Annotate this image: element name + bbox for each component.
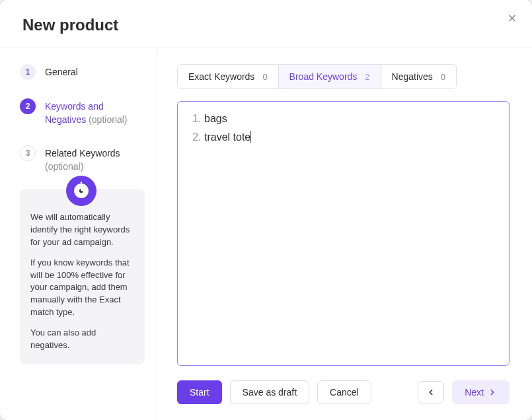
- modal-title: New product: [22, 16, 510, 34]
- info-box-container: We will automatically identify the right…: [20, 189, 145, 363]
- chevron-left-icon: [426, 388, 436, 397]
- svg-point-4: [81, 182, 82, 183]
- keyword-tabs: Exact Keywords 0 Broad Keywords 2 Negati…: [177, 64, 457, 89]
- tab-label: Exact Keywords: [188, 71, 254, 82]
- tab-negatives[interactable]: Negatives 0: [381, 65, 457, 88]
- modal-header: New product ×: [0, 0, 532, 48]
- tab-count: 0: [262, 72, 267, 82]
- tab-broad-keywords[interactable]: Broad Keywords 2: [279, 65, 381, 88]
- close-icon: ×: [508, 10, 517, 26]
- main-panel: Exact Keywords 0 Broad Keywords 2 Negati…: [157, 48, 532, 420]
- close-button[interactable]: ×: [503, 9, 521, 28]
- next-button[interactable]: Next: [452, 380, 510, 404]
- info-box: We will automatically identify the right…: [20, 189, 145, 363]
- wizard-sidebar: 1 General 2 Keywords and Negatives (opti…: [0, 48, 157, 420]
- info-paragraph: If you know keywords that will be 100% e…: [30, 257, 134, 319]
- new-product-modal: New product × 1 General 2 Keywords and N…: [0, 0, 532, 420]
- step-general[interactable]: 1 General: [20, 64, 145, 80]
- svg-point-2: [81, 190, 83, 191]
- keyword-item: travel tote: [204, 129, 496, 145]
- info-paragraph: We will automatically identify the right…: [30, 211, 134, 249]
- footer-actions: Start Save as draft Cancel Next: [177, 380, 510, 404]
- tab-count: 2: [365, 72, 369, 82]
- keyword-item: bags: [204, 111, 496, 127]
- save-as-draft-button[interactable]: Save as draft: [230, 380, 310, 404]
- tab-label: Negatives: [392, 71, 433, 82]
- cancel-button[interactable]: Cancel: [317, 380, 371, 404]
- step-number: 3: [20, 145, 36, 161]
- step-related-keywords[interactable]: 3 Related Keywords (optional): [20, 145, 145, 174]
- info-paragraph: You can also add negatives.: [30, 327, 134, 352]
- modal-body: 1 General 2 Keywords and Negatives (opti…: [0, 48, 532, 420]
- step-number: 2: [20, 98, 36, 114]
- step-label: General: [45, 64, 78, 79]
- start-button[interactable]: Start: [177, 380, 222, 404]
- step-label: Keywords and Negatives (optional): [45, 98, 145, 127]
- step-label: Related Keywords (optional): [45, 145, 145, 174]
- keywords-editor[interactable]: bags travel tote: [177, 101, 510, 366]
- bot-avatar-icon: [66, 176, 96, 206]
- step-number: 1: [20, 64, 36, 80]
- tab-count: 0: [441, 72, 445, 82]
- text-cursor: [250, 131, 251, 143]
- step-keywords-negatives[interactable]: 2 Keywords and Negatives (optional): [20, 98, 145, 127]
- tab-exact-keywords[interactable]: Exact Keywords 0: [178, 65, 279, 88]
- chevron-right-icon: [488, 388, 497, 397]
- keywords-list: bags travel tote: [198, 111, 496, 145]
- tab-label: Broad Keywords: [289, 71, 358, 82]
- previous-button[interactable]: [418, 381, 444, 403]
